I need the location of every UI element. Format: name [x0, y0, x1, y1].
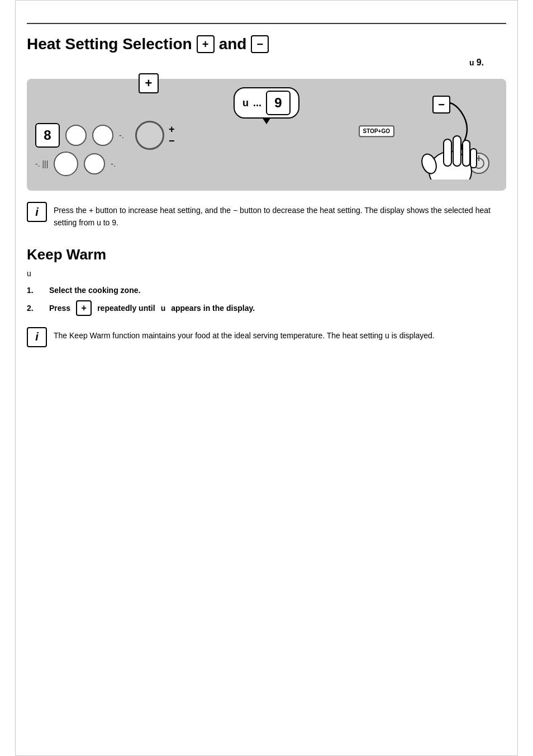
plus-icon-float: +: [139, 73, 159, 93]
step-2-end: appears in the display.: [171, 304, 255, 313]
kw-subtitle-row: u: [27, 269, 506, 278]
circle-btn-3[interactable]: [54, 152, 78, 176]
subtitle-nine: 9.: [477, 58, 484, 68]
title-text: Heat Setting Selection: [27, 35, 192, 53]
circle-btn-1[interactable]: [65, 125, 87, 146]
subtitle-row: u 9.: [27, 58, 506, 68]
minus-icon-float: −: [432, 96, 450, 114]
keep-warm-section: Keep Warm u 1. Select the cooking zone. …: [27, 246, 506, 316]
step-2-u: u: [161, 304, 166, 313]
dash-text-1: -.: [119, 131, 124, 140]
info-box-1: i Press the + button to increase heat se…: [27, 202, 506, 229]
circle-btn-4[interactable]: [84, 153, 105, 174]
num-display-8: 8: [35, 123, 60, 148]
display-dots: ...: [253, 97, 261, 109]
page-container: Heat Setting Selection + and − u 9. + − …: [15, 0, 518, 756]
knob-minus: −: [169, 135, 175, 147]
kw-u-symbol: u: [27, 269, 31, 278]
step-1-text: Select the cooking zone.: [49, 286, 140, 295]
svg-rect-4: [453, 136, 461, 166]
plus-icon-title: +: [197, 35, 215, 53]
display-u: u: [242, 97, 249, 109]
step-1-number: 1.: [27, 286, 44, 295]
page-title: Heat Setting Selection + and −: [27, 35, 269, 53]
info-box-2: i The Keep Warm function maintains your …: [27, 327, 506, 347]
title-section: Heat Setting Selection + and −: [27, 35, 506, 53]
step-2-text: Press: [49, 304, 70, 313]
svg-rect-5: [463, 140, 470, 166]
dash-text-2: -. |||: [35, 159, 48, 168]
knob-plus: +: [169, 124, 175, 135]
info-icon-2: i: [27, 327, 47, 347]
svg-rect-3: [444, 139, 451, 166]
step-2-text-2: repeatedly until: [97, 304, 155, 313]
main-knob[interactable]: + −: [135, 121, 164, 150]
step-2: 2. Press + repeatedly until u appears in…: [27, 300, 506, 316]
svg-rect-6: [470, 149, 477, 168]
stopgo-button[interactable]: STOP+GO: [359, 125, 394, 137]
circle-btn-2[interactable]: [92, 125, 113, 146]
minus-icon-title: −: [251, 35, 269, 53]
title-and: and: [219, 35, 247, 53]
info-text-1: Press the + button to increase heat sett…: [54, 202, 506, 229]
dash-text-3: -.: [111, 159, 116, 168]
panel-row-2: -. ||| -.: [35, 152, 116, 176]
display-bubble: u ... 9: [234, 87, 299, 119]
info-text-2: The Keep Warm function maintains your fo…: [54, 327, 435, 342]
diagram-area: + − u ... 9 8 -.: [27, 79, 506, 191]
subtitle-u: u: [469, 58, 474, 67]
info-icon-1: i: [27, 202, 47, 222]
display-nine-box: 9: [266, 91, 291, 115]
steps-list: 1. Select the cooking zone. 2. Press + r…: [27, 286, 506, 316]
panel-row-1: 8 -. + −: [35, 121, 164, 150]
step-2-number: 2.: [27, 304, 44, 313]
keep-warm-title: Keep Warm: [27, 246, 506, 263]
step-1: 1. Select the cooking zone.: [27, 286, 506, 295]
step-2-plus-icon: +: [76, 300, 92, 316]
